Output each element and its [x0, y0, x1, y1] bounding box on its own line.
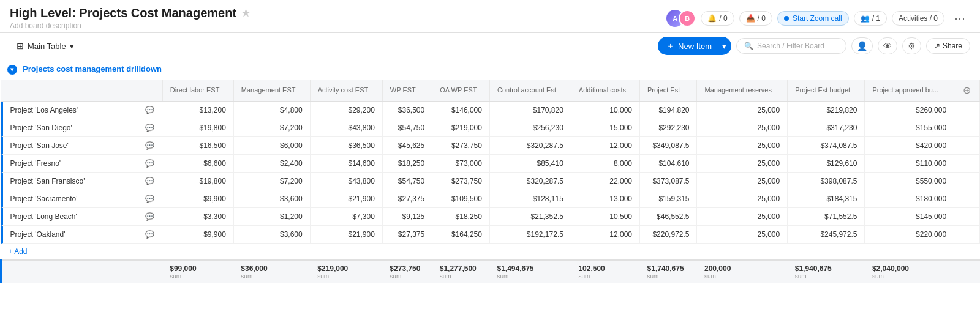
table-container[interactable]: ▾ Projects cost management drilldown Dir… [0, 59, 980, 295]
inbox-icon: 📥 [746, 14, 755, 23]
cell-6-1: $1,200 [233, 208, 310, 226]
cell-5-3: $27,375 [382, 190, 432, 208]
page-title-row: High Level: Projects Cost Management ★ [10, 6, 250, 20]
eye-button[interactable]: 👁 [878, 37, 897, 54]
comment-icon[interactable]: 💬 [145, 177, 154, 185]
star-icon[interactable]: ★ [241, 7, 250, 19]
search-icon: 🔍 [744, 42, 753, 50]
cell-1-9: $317,230 [788, 119, 865, 137]
col-header-9: Project Est budget [788, 80, 865, 102]
cell-6-10: $145,000 [865, 208, 954, 226]
row-end-cell [954, 137, 980, 155]
cell-6-9: $71,552.5 [788, 208, 865, 226]
col-header-3: WP EST [382, 80, 432, 102]
add-column-button[interactable]: ⊕ [954, 80, 980, 102]
cell-3-7: $104,610 [640, 155, 697, 173]
filter-icon: ⚙ [908, 41, 916, 51]
col-header-2: Activity cost EST [310, 80, 382, 102]
new-item-button[interactable]: ＋ New Item [658, 37, 720, 55]
add-row-cell[interactable]: + Add [1, 244, 980, 261]
cell-5-6: 13,000 [571, 190, 639, 208]
cell-0-1: $4,800 [233, 101, 310, 119]
cell-0-7: $194,820 [640, 101, 697, 119]
more-options-button[interactable]: ⋯ [949, 9, 970, 28]
cell-1-4: $219,000 [432, 119, 490, 137]
cell-2-5: $320,287.5 [489, 137, 571, 155]
board-description[interactable]: Add board description [10, 21, 250, 30]
updates-button[interactable]: 🔔 / 0 [701, 11, 734, 26]
cell-7-4: $164,250 [432, 226, 490, 244]
comment-icon[interactable]: 💬 [145, 106, 154, 114]
cell-7-9: $245,972.5 [788, 226, 865, 244]
cell-0-8: 25,000 [697, 101, 788, 119]
col-header-5: Control account Est [489, 80, 571, 102]
zoom-dot [784, 16, 789, 21]
cell-0-2: $29,200 [310, 101, 382, 119]
column-header-row: Direct labor EST Management EST Activity… [1, 80, 980, 102]
comment-icon[interactable]: 💬 [145, 124, 154, 132]
row-end-cell [954, 101, 980, 119]
avatar-group: A B [666, 10, 696, 27]
people-button[interactable]: 👥 / 1 [854, 11, 887, 26]
cell-7-3: $27,375 [382, 226, 432, 244]
toolbar-left: ⊞ Main Table ▾ [10, 38, 81, 54]
cell-5-0: $9,900 [162, 190, 233, 208]
cell-5-5: $128,115 [489, 190, 571, 208]
share-button[interactable]: ↗ Share [926, 38, 970, 54]
cell-2-3: $45,625 [382, 137, 432, 155]
zoom-call-button[interactable]: Start Zoom call [777, 11, 849, 26]
cell-0-10: $260,000 [865, 101, 954, 119]
cell-3-5: $85,410 [489, 155, 571, 173]
bell-icon: 🔔 [707, 14, 717, 23]
filter-button[interactable]: ⚙ [902, 37, 921, 54]
cell-6-8: 25,000 [697, 208, 788, 226]
cell-2-4: $273,750 [432, 137, 490, 155]
cell-3-3: $18,250 [382, 155, 432, 173]
project-name-cell: Project 'Long Beach'💬 [1, 208, 163, 226]
table-body: Project 'Los Angeles'💬$13,200$4,800$29,2… [1, 101, 980, 260]
cell-1-10: $155,000 [865, 119, 954, 137]
project-name: Project 'Los Angeles' [10, 106, 78, 114]
cell-5-4: $109,500 [432, 190, 490, 208]
person-icon: 👤 [857, 41, 867, 51]
comment-icon[interactable]: 💬 [145, 212, 154, 221]
cell-2-2: $36,500 [310, 137, 382, 155]
cell-2-0: $16,500 [162, 137, 233, 155]
person-filter-button[interactable]: 👤 [851, 37, 873, 54]
add-row[interactable]: + Add [1, 244, 980, 261]
row-end-cell [954, 226, 980, 244]
comment-icon[interactable]: 💬 [145, 230, 154, 239]
cell-6-5: $21,352.5 [489, 208, 571, 226]
cell-5-8: 25,000 [697, 190, 788, 208]
cell-5-2: $21,900 [310, 190, 382, 208]
cell-5-10: $180,000 [865, 190, 954, 208]
summary-row: $99,000sum $36,000sum $219,000sum $273,7… [1, 260, 980, 283]
cell-1-5: $256,230 [489, 119, 571, 137]
project-name: Project 'Sacramento' [10, 195, 78, 203]
search-box[interactable]: 🔍 Search / Filter Board [736, 38, 846, 54]
project-name: Project 'San Jose' [10, 141, 69, 150]
inbox-button[interactable]: 📥 / 0 [739, 11, 772, 26]
comment-icon[interactable]: 💬 [145, 195, 154, 203]
cell-4-0: $19,800 [162, 173, 233, 190]
activities-button[interactable]: Activities / 0 [892, 11, 944, 26]
col-header-6: Additional costs [571, 80, 639, 102]
table-row: Project 'Sacramento'💬$9,900$3,600$21,900… [1, 190, 980, 208]
project-name: Project 'Fresno' [10, 159, 61, 168]
table-view-button[interactable]: ⊞ Main Table ▾ [10, 38, 81, 54]
search-placeholder: Search / Filter Board [757, 42, 824, 50]
comment-icon[interactable]: 💬 [145, 141, 154, 150]
cell-4-5: $320,287.5 [489, 173, 571, 190]
comment-icon[interactable]: 💬 [145, 159, 154, 168]
project-name-cell: Project 'San Fransisco'💬 [1, 173, 163, 190]
group-collapse-icon[interactable]: ▾ [7, 65, 17, 75]
summary-10: $2,040,000sum [865, 260, 954, 283]
cell-7-1: $3,600 [233, 226, 310, 244]
toolbar-right: ＋ New Item ▾ 🔍 Search / Filter Board 👤 👁… [658, 37, 970, 55]
row-end-cell [954, 208, 980, 226]
table-row: Project 'Los Angeles'💬$13,200$4,800$29,2… [1, 101, 980, 119]
new-item-dropdown-button[interactable]: ▾ [717, 37, 731, 55]
summary-2: $219,000sum [310, 260, 382, 283]
project-name-cell: Project 'Sacramento'💬 [1, 190, 163, 208]
cell-4-6: 22,000 [571, 173, 639, 190]
